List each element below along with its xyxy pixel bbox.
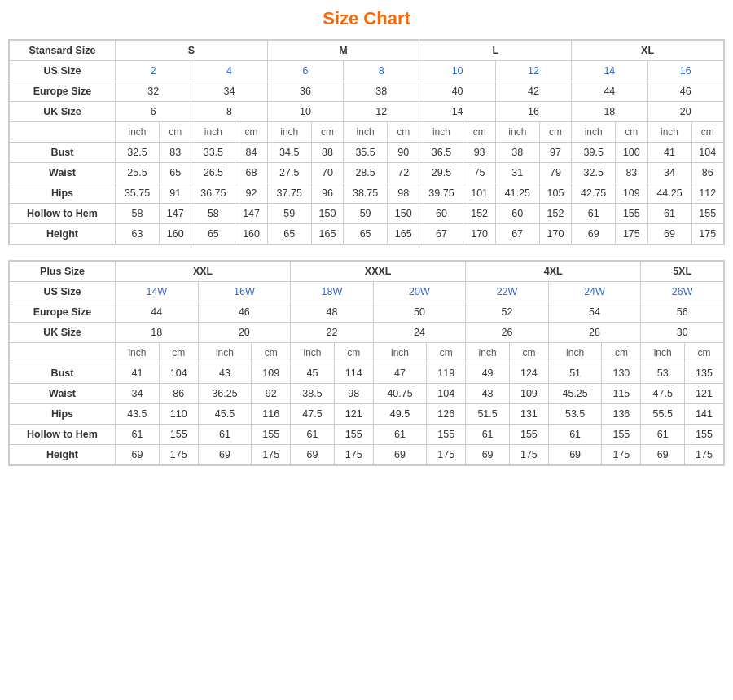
std-inch-1: inch (116, 122, 160, 143)
std-hips-7: 98 (388, 183, 419, 204)
std-waist-10: 31 (495, 163, 539, 183)
std-hollow-3: 147 (235, 204, 267, 224)
std-hollow-14: 61 (647, 204, 691, 224)
plus-hips-6: 49.5 (373, 404, 427, 425)
uk-size-10: 10 (267, 102, 343, 122)
hips-label: Hips (10, 183, 116, 204)
std-cm-6: cm (539, 122, 571, 143)
eu-size-42: 42 (495, 81, 571, 102)
plus-bust-8: 49 (466, 363, 510, 384)
plus-hips-3: 116 (252, 404, 291, 425)
uk-size-16: 16 (495, 102, 571, 122)
std-height-10: 67 (495, 224, 539, 244)
us-size-4: 4 (191, 61, 267, 81)
std-hips-14: 44.25 (647, 183, 691, 204)
std-hollow-8: 60 (419, 204, 463, 224)
std-hips-0: 35.75 (116, 183, 160, 204)
standard-section-label: Stansard Size (10, 41, 116, 61)
plus-cm-1: cm (159, 343, 198, 363)
std-cm-8: cm (691, 122, 723, 143)
std-height-3: 160 (235, 224, 267, 244)
uk-size-label: UK Size (10, 102, 116, 122)
bust-label: Bust (10, 143, 116, 163)
std-bust-1: 83 (160, 143, 191, 163)
std-bust-4: 34.5 (267, 143, 311, 163)
plus-uk-size-20: 20 (198, 323, 291, 343)
xxl-group: XXL (116, 262, 291, 282)
plus-bust-3: 109 (252, 363, 291, 384)
std-hollow-13: 155 (616, 204, 647, 224)
std-waist-5: 70 (311, 163, 343, 183)
plus-inch-3: inch (291, 343, 335, 363)
standard-size-chart: Stansard Size S M L XL US Size 2 4 6 8 1… (8, 39, 725, 245)
std-hollow-4: 59 (267, 204, 311, 224)
plus-hollow-13: 155 (685, 425, 724, 445)
plus-uk-size-26: 26 (466, 323, 549, 343)
plus-bust-7: 119 (427, 363, 466, 384)
plus-hollow-6: 61 (373, 425, 427, 445)
page-title: Size Chart (8, 8, 725, 29)
plus-hollow-10: 61 (548, 425, 602, 445)
eu-size-46: 46 (647, 81, 723, 102)
eu-size-36: 36 (267, 81, 343, 102)
plus-us-size-22w: 22W (466, 282, 549, 302)
uk-size-12: 12 (344, 102, 419, 122)
std-bust-11: 97 (539, 143, 571, 163)
std-hollow-5: 150 (311, 204, 343, 224)
uk-size-6: 6 (116, 102, 191, 122)
std-inch-2: inch (191, 122, 235, 143)
plus-section-label: Plus Size (10, 262, 116, 282)
std-bust-9: 93 (463, 143, 495, 163)
plus-hips-2: 45.5 (198, 404, 252, 425)
std-height-11: 170 (539, 224, 571, 244)
plus-waist-4: 38.5 (291, 384, 335, 404)
us-size-8: 8 (344, 61, 419, 81)
plus-height-12: 69 (641, 445, 685, 465)
std-bust-12: 39.5 (572, 143, 616, 163)
plus-hips-label: Hips (10, 404, 116, 425)
std-hollow-1: 147 (160, 204, 191, 224)
plus-hollow-label: Hollow to Hem (10, 425, 116, 445)
plus-bust-11: 130 (602, 363, 641, 384)
plus-hips-0: 43.5 (116, 404, 160, 425)
eu-size-32: 32 (116, 81, 191, 102)
std-hips-13: 109 (616, 183, 647, 204)
std-cm-2: cm (235, 122, 267, 143)
plus-height-10: 69 (548, 445, 602, 465)
std-bust-7: 90 (388, 143, 419, 163)
eu-size-40: 40 (419, 81, 495, 102)
plus-us-size-24w: 24W (548, 282, 641, 302)
plus-height-9: 175 (509, 445, 548, 465)
std-hollow-7: 150 (388, 204, 419, 224)
std-height-4: 65 (267, 224, 311, 244)
eu-size-34: 34 (191, 81, 267, 102)
plus-bust-4: 45 (291, 363, 335, 384)
plus-us-size-26w: 26W (641, 282, 724, 302)
std-hips-3: 92 (235, 183, 267, 204)
plus-eu-size-52: 52 (466, 302, 549, 323)
us-size-16: 16 (647, 61, 723, 81)
plus-hips-1: 110 (159, 404, 198, 425)
std-empty-header (10, 122, 116, 143)
plus-bust-9: 124 (509, 363, 548, 384)
plus-height-5: 175 (334, 445, 373, 465)
plus-height-8: 69 (466, 445, 510, 465)
plus-hollow-3: 155 (252, 425, 291, 445)
std-cm-3: cm (311, 122, 343, 143)
std-cm-4: cm (388, 122, 419, 143)
std-hips-1: 91 (160, 183, 191, 204)
plus-eu-size-50: 50 (373, 302, 466, 323)
plus-bust-label: Bust (10, 363, 116, 384)
plus-us-size-14w: 14W (116, 282, 199, 302)
plus-hollow-5: 155 (334, 425, 373, 445)
std-waist-2: 26.5 (191, 163, 235, 183)
plus-eu-size-56: 56 (641, 302, 724, 323)
std-bust-5: 88 (311, 143, 343, 163)
std-hips-8: 39.75 (419, 183, 463, 204)
plus-hollow-2: 61 (198, 425, 252, 445)
plus-us-size-label: US Size (10, 282, 116, 302)
us-size-6: 6 (267, 61, 343, 81)
std-height-2: 65 (191, 224, 235, 244)
plus-hollow-7: 155 (427, 425, 466, 445)
plus-hollow-4: 61 (291, 425, 335, 445)
